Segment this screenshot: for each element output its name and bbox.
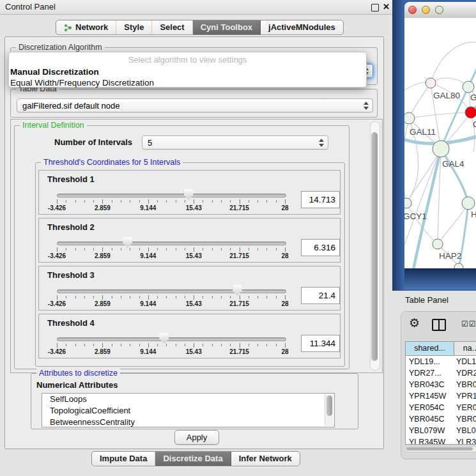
slider-track[interactable] <box>57 194 286 197</box>
shared-name-cell[interactable]: YBL079W <box>406 425 454 436</box>
network-node-gal11[interactable] <box>404 112 415 124</box>
network-edge[interactable] <box>409 83 431 118</box>
network-edge[interactable] <box>431 42 476 83</box>
network-node-c[interactable] <box>465 107 476 118</box>
network-edge[interactable] <box>409 112 471 118</box>
name-cell[interactable]: YBL0 <box>454 425 476 436</box>
scrollbar-thumb[interactable] <box>326 395 332 416</box>
threshold-value-field[interactable]: 14.713 <box>301 191 340 208</box>
table-data-combobox[interactable]: galFiltered.sif default node <box>17 98 373 112</box>
slider-track[interactable] <box>57 337 286 341</box>
shared-name-cell[interactable]: YBR045C <box>406 413 454 425</box>
network-canvas[interactable]: GAL80GACGAL11GAL4GCY1HAHAP2 <box>404 18 476 268</box>
network-node-gal4[interactable] <box>433 141 449 157</box>
network-node-gcy1[interactable] <box>404 198 411 208</box>
tab-cyni-toolbox[interactable]: Cyni Toolbox <box>193 20 261 35</box>
network-edge-highlighted[interactable] <box>412 149 441 268</box>
tick-mark <box>266 248 267 250</box>
slider-thumb[interactable] <box>159 333 169 344</box>
tick-mark <box>157 200 158 203</box>
columns-icon[interactable] <box>432 319 446 331</box>
shared-name-cell[interactable]: YER054C <box>406 402 454 413</box>
scale-label: 21.715 <box>229 300 249 307</box>
dropdown-option-manual[interactable]: Manual Discretization <box>9 66 366 77</box>
tab-jactivemnodules[interactable]: jActiveMNodules <box>261 20 343 35</box>
name-cell[interactable]: YLR3 <box>454 436 476 445</box>
slider-thumb[interactable] <box>184 189 194 200</box>
float-window-icon[interactable] <box>371 4 379 12</box>
network-node[interactable] <box>454 263 463 268</box>
tick-mark <box>166 296 167 298</box>
vertical-scrollbar[interactable] <box>370 121 380 371</box>
table-row[interactable]: YBR043CYBR0 <box>406 379 476 390</box>
tab-network[interactable]: Network <box>56 20 116 35</box>
scale-label: 9.144 <box>140 252 156 259</box>
table-row[interactable]: YBL079WYBL0 <box>406 425 476 436</box>
tab-select[interactable]: Select <box>152 20 192 35</box>
scrollbar-thumb[interactable] <box>406 447 473 450</box>
network-node-ga[interactable] <box>463 81 474 93</box>
network-node-ha[interactable] <box>462 197 475 210</box>
slider-track[interactable] <box>57 289 286 293</box>
column-header-shared-name[interactable]: shared... <box>406 342 454 355</box>
tab-infer-network[interactable]: Infer Network <box>231 452 300 466</box>
combo-spinner-icon <box>319 139 324 147</box>
tab-impute-data[interactable]: Impute Data <box>92 452 155 466</box>
table-row[interactable]: YER054CYER0 <box>406 402 476 413</box>
select-columns-icon[interactable]: ☑☑ <box>461 319 476 328</box>
threshold-value-field[interactable]: 6.316 <box>301 239 340 256</box>
threshold-value-field[interactable]: 21.4 <box>301 287 340 304</box>
list-item[interactable]: SelfLoops <box>42 394 334 405</box>
tick-mark <box>266 296 267 298</box>
tab-style[interactable]: Style <box>116 20 152 35</box>
network-edge-highlighted[interactable] <box>441 56 476 149</box>
threshold-value-field[interactable]: 11.344 <box>301 335 340 352</box>
list-item[interactable]: BetweennessCentrality <box>42 417 334 427</box>
minimize-traffic-light[interactable] <box>422 6 430 14</box>
horizontal-scrollbar[interactable] <box>405 446 476 452</box>
node-label: GAL11 <box>410 127 436 137</box>
network-window-titlebar[interactable] <box>404 2 476 19</box>
table-row[interactable]: YLR345WYLR3 <box>406 436 476 445</box>
group-title: Attributes to discretize <box>36 369 120 378</box>
network-edge-highlighted[interactable] <box>441 149 468 203</box>
gear-icon[interactable]: ⚙ <box>409 316 420 330</box>
close-traffic-light[interactable] <box>408 6 417 14</box>
shared-name-cell[interactable]: YBR043C <box>406 379 454 390</box>
slider-track[interactable] <box>57 242 286 245</box>
scale-label: -3.426 <box>48 300 66 307</box>
shared-name-cell[interactable]: YDR27... <box>406 367 454 379</box>
network-node-gal80[interactable] <box>426 78 436 88</box>
name-cell[interactable]: YBR0 <box>454 413 476 425</box>
scrollbar-thumb[interactable] <box>371 132 378 361</box>
close-icon[interactable]: ✕ <box>383 2 390 12</box>
name-cell[interactable]: YBR0 <box>454 379 476 390</box>
list-scrollbar[interactable] <box>325 394 334 426</box>
network-node-hap2[interactable] <box>433 239 443 249</box>
list-item[interactable]: TopologicalCoefficient <box>42 405 334 417</box>
column-header-name[interactable]: na... <box>454 342 476 355</box>
dropdown-option-equal-width[interactable]: Equal Width/Frequency Discretization <box>9 77 366 88</box>
name-cell[interactable]: YDL1 <box>454 356 476 367</box>
shared-name-cell[interactable]: YDL19... <box>406 356 454 367</box>
slider-thumb[interactable] <box>123 237 132 248</box>
tab-discretize-data[interactable]: Discretize Data <box>155 452 231 466</box>
table-row[interactable]: YBR045CYBR0 <box>406 413 476 425</box>
network-edge[interactable] <box>404 118 409 203</box>
slider-thumb[interactable] <box>233 285 242 296</box>
num-intervals-combobox[interactable]: 5 <box>142 135 328 150</box>
numerical-attributes-list[interactable]: SelfLoops TopologicalCoefficient Between… <box>42 393 335 427</box>
table-row[interactable]: YDL19...YDL1 <box>406 356 476 367</box>
scale-label: 21.715 <box>229 348 249 355</box>
tick-mark <box>66 248 66 250</box>
name-cell[interactable]: YDR2 <box>454 367 476 379</box>
name-cell[interactable]: YER0 <box>454 402 476 413</box>
shared-name-cell[interactable]: YLR345W <box>406 436 454 445</box>
shared-name-cell[interactable]: YPR145W <box>406 390 454 402</box>
table-row[interactable]: YDR27...YDR2 <box>406 367 476 379</box>
node-attribute-table[interactable]: shared... na... YDL19...YDL1YDR27...YDR2… <box>405 341 476 445</box>
table-row[interactable]: YPR145WYPR1 <box>406 390 476 402</box>
zoom-traffic-light[interactable] <box>435 6 443 14</box>
name-cell[interactable]: YPR1 <box>454 390 476 402</box>
apply-button[interactable]: Apply <box>174 430 219 445</box>
